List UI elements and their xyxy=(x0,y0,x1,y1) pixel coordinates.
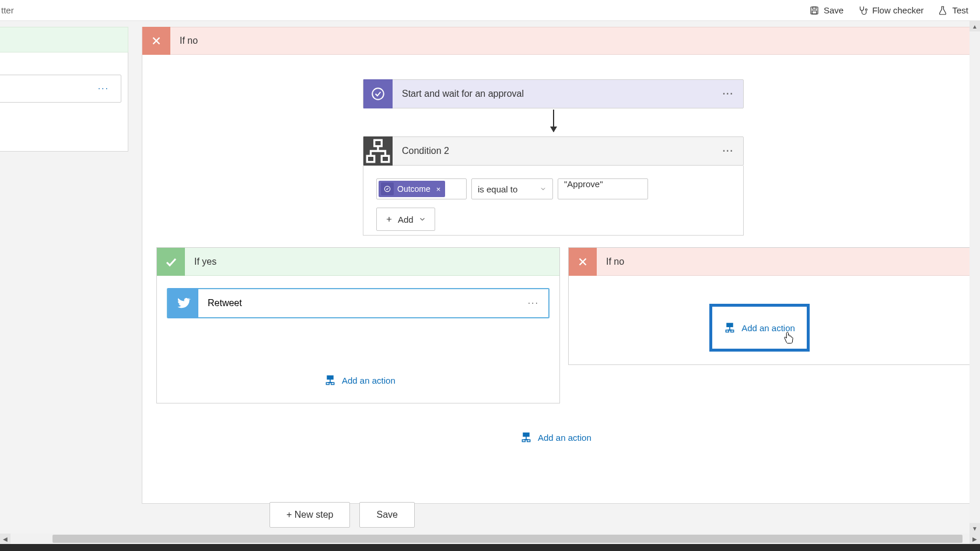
x-icon xyxy=(142,27,170,55)
cursor-pointer-icon xyxy=(783,331,794,345)
outcome-token[interactable]: Outcome × xyxy=(379,181,445,197)
flow-canvas[interactable]: ··· If no Start and wait for an approval… xyxy=(0,21,970,534)
test-label: Test xyxy=(952,5,968,15)
chevron-down-icon xyxy=(418,215,426,223)
scroll-left-icon[interactable]: ◀ xyxy=(0,534,10,544)
token-approval-icon xyxy=(381,183,394,195)
save-label: Save xyxy=(824,5,844,15)
operator-label: is equal to xyxy=(478,184,517,194)
svg-rect-6 xyxy=(367,156,374,162)
save-bottom-label: Save xyxy=(376,510,397,520)
retweet-card[interactable]: Retweet ··· xyxy=(167,288,550,318)
condition-more-icon[interactable]: ··· xyxy=(713,146,743,156)
footer-buttons: + New step Save xyxy=(270,502,415,528)
add-condition-button[interactable]: Add xyxy=(376,208,435,231)
top-toolbar: tter Save Flow checker Test xyxy=(0,0,980,21)
add-action-bottom-label: Add an action xyxy=(538,433,592,443)
svg-rect-9 xyxy=(327,376,333,380)
chevron-down-icon xyxy=(540,185,547,192)
svg-rect-15 xyxy=(523,433,529,437)
svg-point-4 xyxy=(372,88,384,100)
operator-select[interactable]: is equal to xyxy=(471,178,553,199)
svg-rect-5 xyxy=(374,140,382,146)
save-button[interactable]: Save xyxy=(809,5,844,16)
add-condition-label: Add xyxy=(398,215,414,224)
outer-if-no-header[interactable]: If no xyxy=(142,27,970,55)
if-no-label: If no xyxy=(597,257,624,267)
x-icon xyxy=(569,248,597,276)
outer-if-no-label: If no xyxy=(170,36,198,46)
test-button[interactable]: Test xyxy=(937,5,968,16)
svg-rect-16 xyxy=(522,440,525,441)
approval-card[interactable]: Start and wait for an approval ··· xyxy=(363,79,744,108)
svg-rect-11 xyxy=(331,382,334,384)
svg-rect-2 xyxy=(812,10,817,13)
check-icon xyxy=(157,248,185,276)
flask-icon xyxy=(937,5,948,16)
svg-rect-1 xyxy=(813,7,816,9)
more-icon[interactable]: ··· xyxy=(98,83,109,94)
left-branch-peek-header xyxy=(0,27,128,52)
add-action-icon xyxy=(324,374,336,386)
svg-rect-13 xyxy=(726,330,729,332)
retweet-more-icon[interactable]: ··· xyxy=(519,298,548,308)
add-action-icon xyxy=(520,431,532,443)
token-label: Outcome xyxy=(397,184,430,194)
condition-title: Condition 2 xyxy=(393,146,713,156)
token-remove-icon[interactable]: × xyxy=(436,185,441,194)
add-action-icon xyxy=(724,322,736,334)
if-yes-label: If yes xyxy=(185,257,216,267)
svg-rect-12 xyxy=(727,324,733,327)
condition-left-field[interactable]: Outcome × xyxy=(376,178,467,199)
scroll-thumb[interactable] xyxy=(52,535,963,543)
if-yes-header[interactable]: If yes xyxy=(157,248,559,276)
approval-title: Start and wait for an approval xyxy=(393,89,713,99)
plus-icon xyxy=(385,215,393,223)
svg-rect-7 xyxy=(382,156,389,162)
new-step-label: + New step xyxy=(286,510,333,520)
flow-title-fragment: tter xyxy=(0,5,14,15)
scroll-down-icon[interactable]: ▼ xyxy=(970,523,980,534)
svg-rect-10 xyxy=(326,382,329,384)
approval-icon xyxy=(363,79,393,108)
save-button-bottom[interactable]: Save xyxy=(359,502,414,528)
new-step-button[interactable]: + New step xyxy=(270,502,350,528)
save-icon xyxy=(809,5,820,16)
svg-rect-17 xyxy=(527,440,530,441)
add-action-yes-button[interactable]: Add an action xyxy=(324,374,396,386)
flow-checker-button[interactable]: Flow checker xyxy=(858,5,923,16)
stethoscope-icon xyxy=(858,5,868,16)
scroll-right-icon[interactable]: ▶ xyxy=(970,534,980,544)
twitter-icon xyxy=(168,288,198,318)
add-action-yes-label: Add an action xyxy=(342,375,396,385)
if-no-header[interactable]: If no xyxy=(569,248,970,276)
condition-icon xyxy=(363,136,393,166)
condition-value-input[interactable]: "Approve" xyxy=(558,178,648,199)
add-action-bottom-button[interactable]: Add an action xyxy=(520,431,592,443)
taskbar-peek xyxy=(0,544,980,551)
horizontal-scrollbar[interactable]: ◀ ▶ xyxy=(0,534,980,544)
condition-body: Outcome × is equal to "Approve" Add xyxy=(363,166,744,236)
approval-more-icon[interactable]: ··· xyxy=(713,89,743,99)
condition-value-text: "Approve" xyxy=(564,179,603,189)
left-peek-action-card[interactable]: ··· xyxy=(0,75,121,103)
flow-checker-label: Flow checker xyxy=(872,5,923,15)
outer-if-no-body: Start and wait for an approval ··· Condi… xyxy=(142,55,970,504)
svg-rect-14 xyxy=(731,330,734,332)
scroll-up-icon[interactable]: ▲ xyxy=(970,21,980,31)
connector-arrow-icon xyxy=(553,110,554,132)
retweet-title: Retweet xyxy=(198,298,519,308)
add-action-no-highlight-box: Add an action xyxy=(709,304,810,352)
condition-header[interactable]: Condition 2 ··· xyxy=(363,136,744,166)
vertical-scrollbar[interactable]: ▲ ▼ xyxy=(970,21,980,534)
svg-point-3 xyxy=(866,9,867,10)
